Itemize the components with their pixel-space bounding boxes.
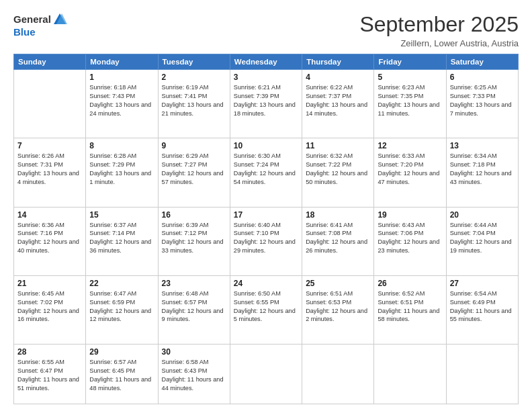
table-row: 10 Sunrise: 6:30 AMSunset: 7:24 PMDaylig…	[230, 138, 302, 207]
col-sunday: Sunday	[14, 54, 86, 70]
cell-info: Sunrise: 6:23 AMSunset: 7:35 PMDaylight:…	[378, 84, 439, 117]
day-number: 24	[234, 279, 298, 288]
day-number: 28	[17, 347, 82, 357]
col-tuesday: Tuesday	[158, 54, 230, 70]
table-row: 21 Sunrise: 6:45 AMSunset: 7:02 PMDaylig…	[14, 275, 86, 344]
cell-info: Sunrise: 6:22 AMSunset: 7:37 PMDaylight:…	[306, 84, 367, 117]
cell-info: Sunrise: 6:50 AMSunset: 6:55 PMDaylight:…	[234, 290, 296, 323]
cell-info: Sunrise: 6:26 AMSunset: 7:31 PMDaylight:…	[17, 152, 79, 185]
day-number: 5	[378, 73, 442, 82]
day-number: 19	[378, 210, 442, 220]
cell-info: Sunrise: 6:54 AMSunset: 6:49 PMDaylight:…	[450, 290, 512, 323]
cell-info: Sunrise: 6:51 AMSunset: 6:53 PMDaylight:…	[306, 290, 367, 323]
day-number: 22	[89, 279, 154, 288]
table-row	[446, 345, 518, 404]
table-row	[230, 345, 302, 404]
day-number: 14	[17, 210, 82, 220]
table-row: 18 Sunrise: 6:41 AMSunset: 7:08 PMDaylig…	[302, 207, 374, 275]
day-number: 8	[89, 141, 154, 150]
day-number: 15	[89, 210, 154, 220]
cell-info: Sunrise: 6:29 AMSunset: 7:27 PMDaylight:…	[162, 152, 224, 185]
day-number: 17	[234, 210, 298, 220]
table-row: 13 Sunrise: 6:34 AMSunset: 7:18 PMDaylig…	[446, 138, 518, 207]
cell-info: Sunrise: 6:30 AMSunset: 7:24 PMDaylight:…	[234, 152, 296, 185]
logo-general: General	[13, 14, 51, 26]
day-number: 29	[89, 347, 154, 357]
logo-blue: Blue	[13, 27, 36, 38]
day-number: 16	[162, 210, 226, 220]
cell-info: Sunrise: 6:37 AMSunset: 7:14 PMDaylight:…	[89, 222, 151, 255]
logo-icon	[52, 12, 67, 27]
col-monday: Monday	[86, 54, 158, 70]
day-number: 3	[234, 73, 298, 82]
cell-info: Sunrise: 6:40 AMSunset: 7:10 PMDaylight:…	[234, 222, 296, 255]
table-row: 8 Sunrise: 6:28 AMSunset: 7:29 PMDayligh…	[86, 138, 158, 207]
table-row: 3 Sunrise: 6:21 AMSunset: 7:39 PMDayligh…	[230, 70, 302, 138]
page: General Blue September 2025 Zeillern, Lo…	[0, 0, 532, 411]
table-row: 22 Sunrise: 6:47 AMSunset: 6:59 PMDaylig…	[86, 275, 158, 344]
day-number: 21	[17, 279, 82, 288]
day-number: 7	[17, 141, 82, 150]
table-row: 30 Sunrise: 6:58 AMSunset: 6:43 PMDaylig…	[158, 345, 230, 404]
table-row: 25 Sunrise: 6:51 AMSunset: 6:53 PMDaylig…	[302, 275, 374, 344]
day-number: 9	[162, 141, 226, 150]
table-row: 7 Sunrise: 6:26 AMSunset: 7:31 PMDayligh…	[14, 138, 86, 207]
day-number: 11	[306, 141, 370, 150]
table-row: 29 Sunrise: 6:57 AMSunset: 6:45 PMDaylig…	[86, 345, 158, 404]
col-saturday: Saturday	[446, 54, 518, 70]
table-row: 26 Sunrise: 6:52 AMSunset: 6:51 PMDaylig…	[374, 275, 446, 344]
table-row: 5 Sunrise: 6:23 AMSunset: 7:35 PMDayligh…	[374, 70, 446, 138]
day-number: 25	[306, 279, 370, 288]
table-row: 17 Sunrise: 6:40 AMSunset: 7:10 PMDaylig…	[230, 207, 302, 275]
day-number: 12	[378, 141, 442, 150]
day-number: 13	[450, 141, 515, 150]
cell-info: Sunrise: 6:19 AMSunset: 7:41 PMDaylight:…	[162, 84, 224, 117]
cell-info: Sunrise: 6:58 AMSunset: 6:43 PMDaylight:…	[162, 359, 224, 392]
cell-info: Sunrise: 6:28 AMSunset: 7:29 PMDaylight:…	[89, 152, 151, 185]
day-number: 26	[378, 279, 442, 288]
table-row	[302, 345, 374, 404]
header: General Blue September 2025 Zeillern, Lo…	[13, 12, 519, 48]
table-row: 23 Sunrise: 6:48 AMSunset: 6:57 PMDaylig…	[158, 275, 230, 344]
col-wednesday: Wednesday	[230, 54, 302, 70]
cell-info: Sunrise: 6:47 AMSunset: 6:59 PMDaylight:…	[89, 290, 151, 323]
cell-info: Sunrise: 6:32 AMSunset: 7:22 PMDaylight:…	[306, 152, 367, 185]
cell-info: Sunrise: 6:39 AMSunset: 7:12 PMDaylight:…	[162, 222, 224, 255]
col-thursday: Thursday	[302, 54, 374, 70]
cell-info: Sunrise: 6:33 AMSunset: 7:20 PMDaylight:…	[378, 152, 439, 185]
table-row	[14, 70, 86, 138]
cell-info: Sunrise: 6:21 AMSunset: 7:39 PMDaylight:…	[234, 84, 296, 117]
cell-info: Sunrise: 6:18 AMSunset: 7:43 PMDaylight:…	[89, 84, 151, 117]
day-number: 27	[450, 279, 515, 288]
cell-info: Sunrise: 6:43 AMSunset: 7:06 PMDaylight:…	[378, 222, 439, 255]
cell-info: Sunrise: 6:44 AMSunset: 7:04 PMDaylight:…	[450, 222, 512, 255]
table-row	[374, 345, 446, 404]
cell-info: Sunrise: 6:45 AMSunset: 7:02 PMDaylight:…	[17, 290, 79, 323]
table-row: 9 Sunrise: 6:29 AMSunset: 7:27 PMDayligh…	[158, 138, 230, 207]
calendar-table: Sunday Monday Tuesday Wednesday Thursday…	[13, 54, 519, 404]
table-row: 4 Sunrise: 6:22 AMSunset: 7:37 PMDayligh…	[302, 70, 374, 138]
day-number: 1	[89, 73, 154, 82]
cell-info: Sunrise: 6:34 AMSunset: 7:18 PMDaylight:…	[450, 152, 512, 185]
table-row: 2 Sunrise: 6:19 AMSunset: 7:41 PMDayligh…	[158, 70, 230, 138]
day-number: 23	[162, 279, 226, 288]
day-number: 18	[306, 210, 370, 220]
cell-info: Sunrise: 6:41 AMSunset: 7:08 PMDaylight:…	[306, 222, 367, 255]
month-title: September 2025	[359, 12, 519, 37]
table-row: 19 Sunrise: 6:43 AMSunset: 7:06 PMDaylig…	[374, 207, 446, 275]
subtitle: Zeillern, Lower Austria, Austria	[359, 38, 519, 48]
table-row: 12 Sunrise: 6:33 AMSunset: 7:20 PMDaylig…	[374, 138, 446, 207]
col-friday: Friday	[374, 54, 446, 70]
table-row: 24 Sunrise: 6:50 AMSunset: 6:55 PMDaylig…	[230, 275, 302, 344]
table-row: 27 Sunrise: 6:54 AMSunset: 6:49 PMDaylig…	[446, 275, 518, 344]
cell-info: Sunrise: 6:52 AMSunset: 6:51 PMDaylight:…	[378, 290, 439, 323]
table-row: 20 Sunrise: 6:44 AMSunset: 7:04 PMDaylig…	[446, 207, 518, 275]
cell-info: Sunrise: 6:57 AMSunset: 6:45 PMDaylight:…	[89, 359, 151, 392]
table-row: 28 Sunrise: 6:55 AMSunset: 6:47 PMDaylig…	[14, 345, 86, 404]
day-number: 4	[306, 73, 370, 82]
table-row: 6 Sunrise: 6:25 AMSunset: 7:33 PMDayligh…	[446, 70, 518, 138]
logo: General Blue	[13, 12, 67, 38]
table-row: 14 Sunrise: 6:36 AMSunset: 7:16 PMDaylig…	[14, 207, 86, 275]
day-number: 30	[162, 347, 226, 357]
table-row: 15 Sunrise: 6:37 AMSunset: 7:14 PMDaylig…	[86, 207, 158, 275]
